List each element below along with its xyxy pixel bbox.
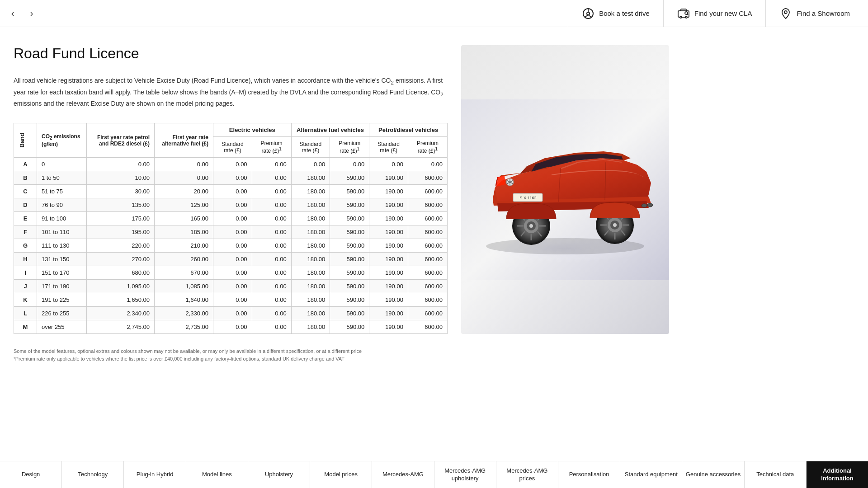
co2-cell: 1 to 50 xyxy=(37,171,87,185)
band-cell: D xyxy=(14,198,37,212)
find-showroom-link[interactable]: Find a Showroom xyxy=(765,0,863,27)
alt-standard-cell: 180.00 xyxy=(291,198,330,212)
co2-cell: 111 to 130 xyxy=(37,239,87,253)
table-row: K 191 to 225 1,650.00 1,640.00 0.00 0.00… xyxy=(14,293,448,307)
nav-design[interactable]: Design xyxy=(0,461,62,488)
bottom-nav: Design Technology Plug-in Hybrid Model l… xyxy=(0,461,868,488)
svg-point-6 xyxy=(680,16,682,18)
band-cell: K xyxy=(14,293,37,307)
first-year-petrol-cell: 0.00 xyxy=(87,158,155,171)
forward-button[interactable]: › xyxy=(24,5,40,22)
nav-technology[interactable]: Technology xyxy=(62,461,124,488)
first-year-petrol-cell: 1,095.00 xyxy=(87,280,155,293)
first-year-petrol-cell: 2,340.00 xyxy=(87,307,155,320)
alt-premium-cell: 590.00 xyxy=(330,239,369,253)
intro-text: All road vehicle registrations are subje… xyxy=(14,75,448,109)
book-test-drive-link[interactable]: Book a test drive xyxy=(568,0,663,27)
alt-premium-cell: 590.00 xyxy=(330,198,369,212)
svg-point-48 xyxy=(642,204,647,207)
pet-premium-header: Premium rate (£)1 xyxy=(408,137,447,158)
ev-standard-cell: 0.00 xyxy=(213,320,252,334)
alt-fuel-vehicles-header: Alternative fuel vehicles xyxy=(291,123,369,137)
pet-standard-cell: 190.00 xyxy=(369,280,408,293)
svg-point-39 xyxy=(613,223,617,227)
nav-standard-equipment[interactable]: Standard equipment xyxy=(620,461,682,488)
pet-premium-cell: 600.00 xyxy=(408,225,447,239)
band-cell: G xyxy=(14,239,37,253)
alt-premium-cell: 590.00 xyxy=(330,212,369,225)
pet-premium-cell: 600.00 xyxy=(408,280,447,293)
band-cell: F xyxy=(14,225,37,239)
alt-standard-cell: 180.00 xyxy=(291,171,330,185)
pet-standard-cell: 190.00 xyxy=(369,185,408,198)
ev-standard-cell: 0.00 xyxy=(213,198,252,212)
first-year-alt-cell: 2,330.00 xyxy=(155,307,213,320)
electric-vehicles-header: Electric vehicles xyxy=(213,123,292,137)
pet-standard-cell: 190.00 xyxy=(369,171,408,185)
table-row: G 111 to 130 220.00 210.00 0.00 0.00 180… xyxy=(14,239,448,253)
nav-actions: Book a test drive Find your new CLA xyxy=(568,0,863,27)
pet-standard-cell: 190.00 xyxy=(369,253,408,266)
first-year-alt-cell: 0.00 xyxy=(155,158,213,171)
nav-mercedes-amg-prices[interactable]: Mercedes-AMG prices xyxy=(496,461,558,488)
footnote-1: Some of the model features, optional ext… xyxy=(14,347,854,355)
first-year-alt-header: First year rate alternative fuel (£) xyxy=(155,123,213,158)
alt-standard-header: Standard rate (£) xyxy=(291,137,330,158)
alt-premium-cell: 590.00 xyxy=(330,225,369,239)
alt-standard-cell: 180.00 xyxy=(291,266,330,280)
find-new-cla-link[interactable]: Find your new CLA xyxy=(663,0,766,27)
nav-arrows: ‹ › xyxy=(5,5,40,22)
first-year-alt-cell: 670.00 xyxy=(155,266,213,280)
ev-standard-header: Standard rate (£) xyxy=(213,137,252,158)
co2-cell: 76 to 90 xyxy=(37,198,87,212)
svg-point-1 xyxy=(587,12,590,15)
nav-technical-data[interactable]: Technical data xyxy=(745,461,807,488)
co2-cell: 91 to 100 xyxy=(37,212,87,225)
nav-genuine-accessories[interactable]: Genuine accessories xyxy=(682,461,744,488)
first-year-alt-cell: 2,735.00 xyxy=(155,320,213,334)
first-year-petrol-cell: 175.00 xyxy=(87,212,155,225)
nav-additional-information[interactable]: Additional information xyxy=(807,461,868,488)
nav-model-lines[interactable]: Model lines xyxy=(186,461,248,488)
ev-premium-cell: 0.00 xyxy=(252,307,291,320)
pet-premium-cell: 600.00 xyxy=(408,320,447,334)
table-row: C 51 to 75 30.00 20.00 0.00 0.00 180.00 … xyxy=(14,185,448,198)
co2-cell: 191 to 225 xyxy=(37,293,87,307)
nav-upholstery[interactable]: Upholstery xyxy=(248,461,310,488)
alt-standard-cell: 180.00 xyxy=(291,293,330,307)
alt-standard-cell: 180.00 xyxy=(291,212,330,225)
top-nav: ‹ › Book a test drive xyxy=(0,0,868,27)
alt-standard-cell: 180.00 xyxy=(291,225,330,239)
pet-premium-cell: 0.00 xyxy=(408,158,447,171)
band-cell: A xyxy=(14,158,37,171)
first-year-petrol-cell: 10.00 xyxy=(87,171,155,185)
nav-plug-in-hybrid[interactable]: Plug-in Hybrid xyxy=(124,461,186,488)
nav-model-prices[interactable]: Model prices xyxy=(310,461,372,488)
nav-mercedes-amg[interactable]: Mercedes-AMG xyxy=(372,461,434,488)
table-row: M over 255 2,745.00 2,735.00 0.00 0.00 1… xyxy=(14,320,448,334)
pet-standard-cell: 190.00 xyxy=(369,225,408,239)
car-image: S·X 1162 xyxy=(461,45,669,334)
table-row: B 1 to 50 10.00 0.00 0.00 0.00 180.00 59… xyxy=(14,171,448,185)
pet-premium-cell: 600.00 xyxy=(408,239,447,253)
ev-premium-header: Premium rate (£)1 xyxy=(252,137,291,158)
alt-premium-cell: 590.00 xyxy=(330,185,369,198)
alt-standard-cell: 180.00 xyxy=(291,253,330,266)
first-year-petrol-cell: 1,650.00 xyxy=(87,293,155,307)
alt-standard-cell: 180.00 xyxy=(291,280,330,293)
pet-premium-cell: 600.00 xyxy=(408,212,447,225)
table-row: A 0 0.00 0.00 0.00 0.00 0.00 0.00 0.00 0… xyxy=(14,158,448,171)
first-year-alt-cell: 1,640.00 xyxy=(155,293,213,307)
header-group-row: Band CO2 emissions (g/km) First year rat… xyxy=(14,123,448,137)
ev-premium-cell: 0.00 xyxy=(252,280,291,293)
ev-standard-cell: 0.00 xyxy=(213,239,252,253)
band-cell: I xyxy=(14,266,37,280)
nav-mercedes-amg-upholstery[interactable]: Mercedes-AMG upholstery xyxy=(434,461,496,488)
band-cell: H xyxy=(14,253,37,266)
back-button[interactable]: ‹ xyxy=(5,5,21,22)
co2-cell: 131 to 150 xyxy=(37,253,87,266)
nav-personalisation[interactable]: Personalisation xyxy=(558,461,620,488)
pet-standard-header: Standard rate (£) xyxy=(369,137,408,158)
car-search-icon xyxy=(677,7,690,20)
ev-standard-cell: 0.00 xyxy=(213,280,252,293)
